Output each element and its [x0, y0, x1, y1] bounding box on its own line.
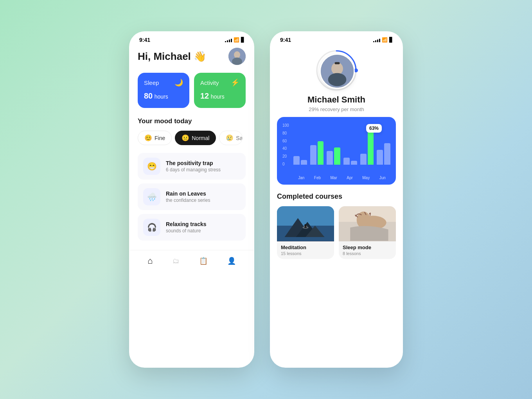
positivity-subtitle: 6 days of managing stress: [166, 167, 221, 173]
meditation-lessons: 15 lessons: [281, 251, 330, 256]
nav-tasks[interactable]: 📋: [199, 257, 208, 265]
mood-sad[interactable]: 😢 Sad: [219, 131, 243, 145]
courses-row: Meditation 15 lessons: [277, 206, 396, 259]
relaxing-title: Relaxing tracks: [166, 221, 207, 227]
mood-row: 😊 Fine 😐 Normal 😢 Sad: [138, 131, 246, 145]
status-bar-2: 9:41 📶 ▊: [271, 32, 402, 45]
profile-name: Michael Smith: [307, 95, 365, 105]
avatar-image: [228, 48, 246, 65]
meditation-name: Meditation: [281, 244, 330, 250]
chart-tooltip: 63%: [366, 124, 382, 133]
chart-y-labels: 100 80 60 40 20 0: [282, 123, 289, 166]
fine-label: Fine: [155, 135, 165, 141]
bar-jan: [293, 156, 307, 165]
header-row: Hi, Michael 👋: [138, 48, 246, 65]
activity-icon: ⚡: [231, 78, 239, 87]
status-time-1: 9:41: [139, 37, 150, 43]
nav-home[interactable]: ⌂: [147, 256, 153, 266]
status-icons-1: 📶 ▊: [225, 37, 244, 43]
sleep-course-name: Sleep mode: [343, 244, 392, 250]
course-meditation[interactable]: Meditation 15 lessons: [277, 206, 334, 259]
relaxing-subtitle: sounds of nature: [166, 228, 207, 234]
battery-icon: ▊: [241, 37, 244, 43]
profile-subtitle: 29% recovery per month: [309, 106, 364, 112]
sleep-card[interactable]: Sleep 🌙 80 hours: [138, 73, 189, 108]
rain-subtitle: the confidance series: [166, 198, 210, 203]
phone-screen-2: 9:41 📶 ▊: [270, 31, 403, 368]
course-sleep[interactable]: Sleep mode 8 lessons: [339, 206, 396, 259]
svg-point-7: [328, 73, 347, 86]
fine-emoji: 😊: [144, 134, 152, 142]
content-list: 😁 The positivity trap 6 days of managing…: [138, 153, 246, 241]
status-bar-1: 9:41 📶 ▊: [130, 32, 253, 45]
bar-jun: [377, 143, 390, 165]
chart-area: 100 80 60 40 20 0: [282, 123, 390, 174]
sad-label: Sad: [236, 135, 243, 141]
positivity-title: The positivity trap: [166, 160, 221, 166]
battery-icon-2: ▊: [389, 37, 393, 43]
wifi-icon: 📶: [234, 37, 239, 43]
nav-folder[interactable]: 🗂: [173, 257, 180, 265]
mood-section-title: Your mood today: [138, 117, 246, 125]
normal-label: Normal: [192, 135, 209, 141]
positivity-icon: 😁: [143, 158, 160, 175]
rain-icon: 🌧️: [143, 188, 160, 205]
status-icons-2: 📶 ▊: [373, 37, 393, 43]
svg-rect-17: [304, 226, 307, 228]
greeting-text: Hi, Michael 👋: [138, 50, 206, 63]
rain-title: Rain on Leaves: [166, 191, 210, 197]
status-time-2: 9:41: [280, 37, 291, 43]
normal-emoji: 😐: [182, 134, 189, 142]
courses-title: Completed courses: [277, 192, 396, 201]
mood-normal[interactable]: 😐 Normal: [175, 131, 216, 145]
svg-point-1: [234, 51, 240, 58]
profile-avatar-wrap: [317, 51, 356, 90]
svg-point-16: [304, 224, 307, 226]
phone-screen-1: 9:41 📶 ▊ Hi, Michael 👋: [129, 31, 254, 368]
sleep-course-lessons: 8 lessons: [343, 251, 392, 256]
sleep-value: 80 hours: [144, 92, 183, 101]
sleep-thumbnail: [339, 206, 396, 241]
sleep-icon: 🌙: [174, 78, 183, 87]
activity-value: 12 hours: [200, 92, 239, 101]
courses-section: Completed courses: [271, 192, 402, 259]
svg-rect-8: [334, 62, 340, 65]
list-item-positivity[interactable]: 😁 The positivity trap 6 days of managing…: [138, 153, 246, 180]
profile-image: [320, 54, 355, 89]
signal-icon-2: [373, 38, 380, 42]
mood-fine[interactable]: 😊 Fine: [138, 131, 172, 145]
wifi-icon-2: 📶: [382, 37, 388, 43]
sleep-card-title: Sleep: [144, 79, 159, 86]
list-item-relaxing[interactable]: 🎧 Relaxing tracks sounds of nature: [138, 214, 246, 241]
avatar[interactable]: [228, 48, 246, 65]
cards-row: Sleep 🌙 80 hours Activity ⚡ 12 hours: [138, 73, 246, 108]
profile-section: Michael Smith 29% recovery per month: [271, 45, 402, 117]
activity-card-title: Activity: [200, 79, 219, 86]
list-item-rain[interactable]: 🌧️ Rain on Leaves the confidance series: [138, 183, 246, 210]
sad-emoji: 😢: [226, 134, 234, 142]
nav-profile[interactable]: 👤: [227, 257, 236, 265]
chart-container: 100 80 60 40 20 0: [277, 117, 396, 185]
activity-card[interactable]: Activity ⚡ 12 hours: [194, 73, 246, 108]
bar-apr: [343, 158, 357, 165]
svg-point-6: [331, 63, 343, 75]
chart-x-labels: Jan Feb Mar Apr May Jun: [282, 176, 390, 180]
bar-mar: [327, 147, 340, 165]
bottom-nav: ⌂ 🗂 📋 👤: [130, 250, 253, 274]
relaxing-icon: 🎧: [143, 219, 160, 236]
bar-may: [360, 129, 374, 165]
bar-feb: [310, 141, 324, 165]
signal-icon: [225, 38, 232, 42]
meditation-thumbnail: [277, 206, 334, 241]
